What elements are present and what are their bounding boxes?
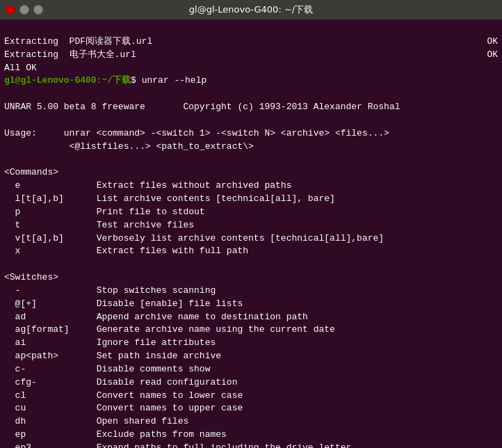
terminal-line: cu Convert names to upper case (4, 402, 498, 415)
terminal-line: Extracting PDF阅读器下载.urlOK (4, 35, 498, 49)
terminal-line: cl Convert names to lower case (4, 390, 498, 403)
terminal-line: @[+] Disable [enable] file lists (4, 298, 498, 311)
terminal-line (4, 258, 498, 271)
terminal-line: <Switches> (4, 271, 498, 285)
maximize-button[interactable] (33, 5, 43, 15)
window-title: gl@gl-Lenovo-G400: ~/下载 (189, 3, 313, 16)
terminal-line (4, 88, 498, 101)
terminal-line: l[t[a],b] List archive contents [technic… (4, 193, 498, 206)
window-controls[interactable] (6, 5, 43, 15)
title-bar: gl@gl-Lenovo-G400: ~/下载 (0, 0, 502, 19)
terminal-line (4, 153, 498, 166)
terminal-line: t Test archive files (4, 219, 498, 232)
terminal-line: <@listfiles...> <path_to_extract\> (4, 141, 498, 154)
terminal-line (4, 114, 498, 127)
terminal-line: UNRAR 5.00 beta 8 freeware Copyright (c)… (4, 101, 498, 114)
terminal-line: v[t[a],b] Verbosely list archive content… (4, 232, 498, 246)
terminal-line: Extracting 电子书大全.urlOK (4, 49, 498, 62)
terminal-line: <Commands> (4, 166, 498, 179)
terminal-line: cfg- Disable read configuration (4, 376, 498, 390)
close-button[interactable] (6, 5, 15, 15)
terminal-line: ai Ignore file attributes (4, 337, 498, 350)
terminal-line: x Extract files with full path (4, 245, 498, 258)
terminal-line: ad Append archive name to destination pa… (4, 311, 498, 324)
terminal-line: Usage: unrar <command> -<switch 1> -<swi… (4, 127, 498, 141)
terminal-line: ag[format] Generate archive name using t… (4, 323, 498, 337)
terminal-line: ep Exclude paths from names (4, 429, 498, 442)
terminal-line: gl@gl-Lenovo-G400:~/下载$ unrar --help (4, 74, 498, 88)
terminal-line: dh Open shared files (4, 415, 498, 429)
terminal-line: c- Disable comments show (4, 363, 498, 376)
minimize-button[interactable] (19, 5, 29, 15)
terminal-line: p Print file to stdout (4, 206, 498, 219)
terminal-line: ep3 Expand paths to full including the d… (4, 442, 498, 448)
terminal-line: - Stop switches scanning (4, 285, 498, 298)
terminal-content: Extracting PDF阅读器下载.urlOKExtracting 电子书大… (0, 19, 502, 448)
terminal-line: ap<path> Set path inside archive (4, 350, 498, 363)
terminal-line: All OK (4, 62, 498, 75)
terminal-line: e Extract files without archived paths (4, 179, 498, 193)
